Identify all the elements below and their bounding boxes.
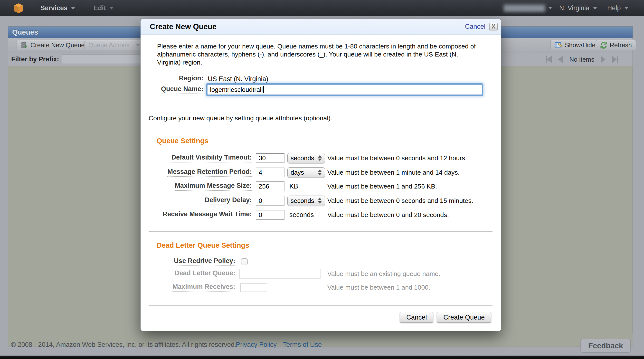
page-footer: © 2008 - 2014, Amazon Web Services, Inc.… (0, 333, 644, 356)
navbar-divider (32, 3, 32, 14)
unit-select-value: days (290, 169, 318, 176)
queue-settings-heading: Queue Settings (156, 137, 208, 145)
filter-by-prefix-input[interactable] (62, 54, 142, 64)
default-visibility-timeout-unit-select[interactable]: seconds (288, 153, 325, 164)
queues-panel-title: Queues (12, 28, 38, 36)
region-value: US East (N. Virginia) (208, 75, 268, 83)
refresh-button[interactable]: Refresh (596, 40, 636, 50)
message-retention-period-hint: Value must be between 1 minute and 14 da… (327, 169, 460, 176)
select-updown-icon (318, 198, 322, 204)
unit-select-value: seconds (290, 154, 318, 162)
last-page-icon[interactable] (612, 56, 618, 63)
queue-name-value: logentriescloudtrail (210, 86, 263, 94)
create-queue-button[interactable]: Create Queue (437, 312, 491, 323)
chevron-down-icon (136, 44, 140, 46)
use-redrive-policy-label: Use Redrive Policy: (140, 257, 235, 266)
first-page-icon[interactable] (546, 56, 552, 63)
delivery-delay-unit-select[interactable]: seconds (288, 196, 325, 206)
nav-services-label: Services (40, 4, 68, 12)
create-new-queue-button[interactable]: Create New Queue (16, 40, 89, 50)
delivery-delay-hint: Value must be between 0 seconds and 15 m… (327, 197, 473, 204)
maximum-receives-hint: Value must be between 1 and 1000. (327, 284, 430, 291)
dead-letter-queue-settings-heading: Dead Letter Queue Settings (156, 241, 249, 250)
queue-actions-button: Queue Actions (84, 40, 143, 50)
nav-user-menu[interactable] (504, 0, 552, 16)
text-cursor (263, 86, 264, 93)
configure-text: Configure your new queue by setting queu… (148, 114, 332, 122)
chevron-down-icon (548, 7, 552, 9)
dialog-button-bar: Cancel Create Queue (140, 312, 491, 323)
maximum-receives-row: Maximum Receives: Value must be between … (140, 282, 501, 292)
region-row: Region: US East (N. Virginia) (140, 74, 501, 84)
bottom-dark-strip (0, 356, 644, 359)
nav-help-label: Help (607, 4, 621, 12)
queue-actions-label: Queue Actions (88, 42, 130, 49)
receive-message-wait-time-unit: seconds (289, 211, 314, 219)
delivery-delay-row: Delivery Delay: seconds Value must be be… (140, 195, 501, 206)
receive-message-wait-time-label: Receive Message Wait Time: (140, 210, 252, 219)
sqs-console-screen: Services Edit N. Virginia Help Queues (0, 0, 644, 359)
default-visibility-timeout-input[interactable] (256, 153, 284, 163)
default-visibility-timeout-hint: Value must be between 0 seconds and 12 h… (327, 154, 467, 162)
message-retention-period-unit-select[interactable]: days (288, 167, 325, 178)
maximum-message-size-row: Maximum Message Size: KB Value must be b… (140, 181, 501, 192)
privacy-policy-link[interactable]: Privacy Policy (236, 341, 277, 348)
maximum-message-size-unit: KB (289, 183, 298, 190)
message-retention-period-input[interactable] (256, 168, 284, 177)
delivery-delay-input[interactable] (256, 196, 284, 206)
use-redrive-policy-checkbox[interactable] (241, 258, 248, 265)
chevron-down-icon (624, 7, 629, 10)
next-page-icon[interactable] (601, 56, 606, 63)
create-new-queue-label: Create New Queue (30, 42, 85, 49)
dead-letter-queue-input (239, 269, 320, 279)
maximum-receives-label: Maximum Receives: (140, 283, 235, 292)
cancel-button[interactable]: Cancel (400, 312, 433, 323)
terms-of-use-link[interactable]: Terms of Use (283, 341, 322, 348)
nav-edit-menu[interactable]: Edit (94, 0, 114, 16)
divider (148, 108, 492, 108)
queue-name-input[interactable]: logentriescloudtrail (207, 84, 482, 95)
dead-letter-queue-label: Dead Letter Queue: (140, 269, 235, 278)
close-icon[interactable]: X (489, 23, 498, 31)
create-queue-button-label: Create Queue (443, 314, 485, 321)
nav-region-menu[interactable]: N. Virginia (559, 0, 597, 16)
nav-services-menu[interactable]: Services (40, 0, 75, 16)
show-hide-button[interactable]: Show/Hide (550, 40, 600, 50)
dead-letter-queue-hint: Value must be an existing queue name. (327, 270, 440, 278)
previous-page-icon[interactable] (558, 56, 563, 63)
cancel-button-label: Cancel (406, 314, 427, 321)
top-navbar: Services Edit N. Virginia Help (0, 0, 644, 16)
divider (148, 306, 492, 306)
user-name-redacted (504, 5, 545, 12)
nav-help-menu[interactable]: Help (607, 0, 629, 16)
aws-logo-icon[interactable] (14, 3, 24, 14)
queue-name-label: Queue Name: (140, 85, 204, 94)
dialog-cancel-link[interactable]: Cancel (465, 23, 486, 30)
default-visibility-timeout-row: Default Visibility Timeout: seconds Valu… (140, 153, 501, 164)
select-updown-icon (318, 170, 322, 175)
refresh-label: Refresh (610, 42, 632, 49)
dialog-header: Create New Queue Cancel X (140, 19, 501, 34)
queue-stack-icon (21, 42, 28, 49)
nav-region-label: N. Virginia (559, 4, 590, 12)
show-hide-columns-icon (554, 42, 562, 49)
pagination-status: No items (569, 56, 594, 63)
chevron-down-icon (71, 7, 75, 10)
refresh-icon (600, 42, 607, 49)
unit-select-value: seconds (290, 197, 318, 204)
maximum-message-size-hint: Value must be between 1 and 256 KB. (327, 183, 437, 190)
maximum-message-size-input[interactable] (256, 182, 284, 191)
dialog-title: Create New Queue (150, 22, 216, 31)
filter-by-prefix-label: Filter by Prefix: (11, 56, 59, 63)
use-redrive-policy-row: Use Redrive Policy: (140, 256, 501, 267)
receive-message-wait-time-hint: Value must be between 0 and 20 seconds. (327, 211, 449, 219)
feedback-button[interactable]: Feedback (580, 339, 631, 353)
create-new-queue-dialog: Create New Queue Cancel X Please enter a… (140, 19, 501, 331)
region-label: Region: (140, 74, 204, 83)
message-retention-period-row: Message Retention Period: days Value mus… (140, 167, 501, 178)
nav-edit-label: Edit (94, 4, 106, 12)
chevron-down-icon (109, 7, 114, 10)
copyright-text: © 2008 - 2014, Amazon Web Services, Inc.… (11, 341, 236, 348)
receive-message-wait-time-input[interactable] (256, 210, 284, 220)
maximum-receives-input (240, 283, 267, 292)
